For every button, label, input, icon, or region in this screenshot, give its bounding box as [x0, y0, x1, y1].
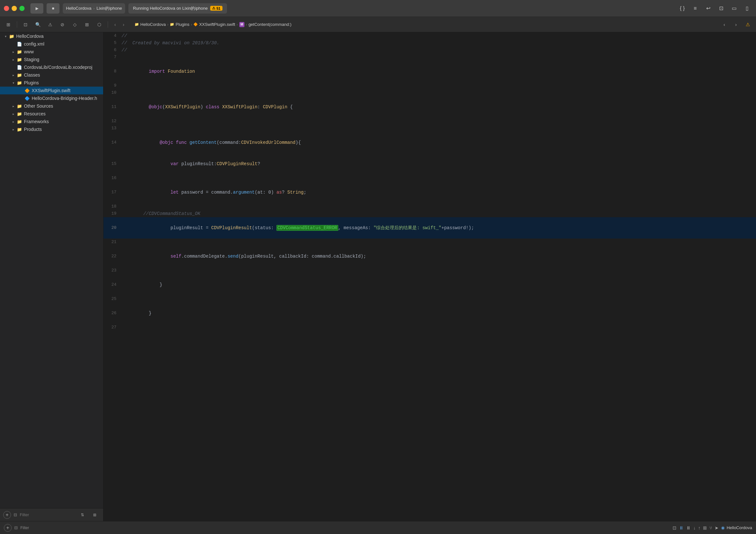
canvas-icon[interactable]: ▭: [729, 3, 739, 13]
breadcrumb-function-name: getContent(command:): [248, 22, 291, 27]
stop-button[interactable]: ■: [46, 3, 60, 13]
breadcrumb-plugins-folder[interactable]: 📁 Plugins: [170, 22, 189, 27]
play-button[interactable]: ▶: [30, 3, 43, 13]
code-line-10: 10: [103, 89, 756, 96]
tree-label-xxswift: XXSwiftPlugin.swift: [32, 88, 70, 93]
line-num-15: 15: [103, 160, 122, 168]
line-num-17: 17: [103, 189, 122, 196]
scheme-name: HelloCordova: [66, 6, 92, 11]
sidebar-item-frameworks[interactable]: ▸ 📁 Frameworks: [0, 118, 103, 125]
tree-label-frameworks: Frameworks: [24, 119, 49, 124]
swift-icon: 🔶: [193, 22, 198, 27]
sidebar-item-resources[interactable]: ▸ 📁 Resources: [0, 110, 103, 118]
breadcrumb-file[interactable]: 🔶 XXSwiftPlugin.swift: [193, 22, 235, 27]
editor-content: 4 // 5 // Created by macvivi on 2019/8/3…: [103, 32, 756, 521]
add-item-button[interactable]: +: [4, 524, 12, 532]
file-inspect-icon[interactable]: ⊡: [20, 20, 31, 29]
tag-icon[interactable]: ⬡: [94, 20, 104, 29]
main-layout: ▾ 📁 HelloCordova ▸ 📄 config.xml ▸ 📁 www …: [0, 32, 756, 521]
nav-forward-button[interactable]: ›: [120, 21, 127, 28]
minimize-button[interactable]: [12, 6, 17, 11]
add-file-button[interactable]: +: [3, 511, 11, 519]
sidebar-item-cordova[interactable]: ▸ 📄 CordovaLib/CordovaLib.xcodeproj: [0, 63, 103, 71]
menu-icon[interactable]: ≡: [690, 3, 700, 13]
utility-area-icon[interactable]: ▯: [742, 3, 752, 13]
nav-back-button[interactable]: ‹: [111, 21, 119, 28]
tree-label-staging: Staging: [24, 57, 39, 62]
send-icon[interactable]: ➤: [715, 525, 718, 530]
line-code-22: self.commandDelegate.send(pluginResult, …: [122, 246, 756, 267]
h-icon-bridging: 🔷: [24, 96, 30, 101]
warning-filter-icon[interactable]: ⚠: [45, 20, 55, 29]
tree-label-classes: Classes: [24, 72, 40, 78]
code-line-27: 27: [103, 324, 756, 331]
tree-label-cordova: CordovaLib/CordovaLib.xcodeproj: [24, 65, 93, 70]
navigate-next-icon[interactable]: ›: [731, 20, 741, 29]
folder-icon: 📁: [170, 22, 174, 27]
search-icon[interactable]: 🔍: [33, 20, 43, 29]
sidebar-item-bridging[interactable]: ▸ 🔷 HelloCordova-Bridging-Header.h: [0, 94, 103, 102]
warning-nav-icon[interactable]: ⚠: [742, 20, 753, 29]
code-line-26: 26 }: [103, 303, 756, 324]
code-editor[interactable]: 4 // 5 // Created by macvivi on 2019/8/3…: [103, 32, 756, 521]
line-code-26: }: [122, 303, 756, 324]
step-into-icon[interactable]: ↓: [693, 525, 695, 530]
maximize-button[interactable]: [19, 6, 25, 11]
step-over-icon[interactable]: ⏸: [686, 525, 691, 530]
navigate-back-icon[interactable]: ↩: [703, 3, 713, 13]
folder-icon-www: 📁: [16, 49, 23, 54]
split-editor-icon[interactable]: ⊡: [716, 3, 726, 13]
code-line-24: 24 }: [103, 274, 756, 295]
restriction-icon[interactable]: ⊘: [57, 20, 68, 29]
line-num-5: 5: [103, 40, 122, 46]
view-options-icon[interactable]: ⊞: [90, 510, 100, 520]
device-name: Lixin的iphone: [96, 6, 122, 11]
filter-input[interactable]: [20, 512, 74, 517]
branch-icon[interactable]: ⑂: [710, 525, 712, 530]
line-num-8: 8: [103, 68, 122, 75]
line-code-24: }: [122, 274, 756, 295]
line-num-10: 10: [103, 89, 122, 96]
expand-arrow-othersources: ▸: [10, 103, 16, 109]
scheme-selector[interactable]: HelloCordova › Lixin的iphone: [63, 3, 125, 13]
grid-icon[interactable]: ⊞: [82, 20, 92, 29]
line-num-11: 11: [103, 103, 122, 111]
run-status-text: Running HelloCordova on Lixin的iphone: [133, 6, 207, 11]
editor-mode-icon[interactable]: ⊡: [673, 525, 676, 530]
breadcrumb-m-badge-item[interactable]: M: [239, 22, 244, 27]
shape-icon[interactable]: ◇: [69, 20, 80, 29]
breadcrumb-function[interactable]: getContent(command:): [248, 22, 291, 27]
expand-arrow-staging: ▸: [10, 57, 16, 62]
line-code-11: @objc(XXSwiftPlugin) class XXSwiftPlugin…: [122, 96, 756, 118]
code-line-13: 13: [103, 125, 756, 132]
close-button[interactable]: [4, 6, 9, 11]
breadcrumb-plugins-name: Plugins: [176, 22, 189, 27]
toolbar-right-buttons: ‹ › ⚠: [719, 20, 753, 29]
titlebar-icons: { } ≡ ↩ ⊡ ▭ ▯: [677, 3, 752, 13]
line-num-4: 4: [103, 32, 122, 40]
sidebar-item-hellocordova[interactable]: ▾ 📁 HelloCordova: [0, 32, 103, 40]
sidebar-item-www[interactable]: ▸ 📁 www: [0, 48, 103, 56]
navigator-toggle[interactable]: ⊞: [3, 20, 14, 29]
sidebar-item-xxswift[interactable]: ▸ 🔶 XXSwiftPlugin.swift: [0, 87, 103, 94]
sidebar-item-staging[interactable]: ▸ 📁 Staging: [0, 56, 103, 63]
breadcrumb-project[interactable]: 📁 HelloCordova: [135, 22, 166, 27]
expand-arrow-plugins: ▾: [10, 80, 16, 86]
run-status[interactable]: Running HelloCordova on Lixin的iphone ⚠ 5…: [128, 3, 227, 13]
pause-icon[interactable]: ⏸: [679, 525, 684, 530]
sidebar-item-config[interactable]: ▸ 📄 config.xml: [0, 40, 103, 48]
warning-badge[interactable]: ⚠ 51: [210, 6, 222, 11]
tree-label-hellocordova: HelloCordova: [16, 34, 44, 39]
sidebar-item-plugins[interactable]: ▾ 📁 Plugins: [0, 79, 103, 87]
sort-icon[interactable]: ⇅: [77, 510, 88, 520]
tree-label-plugins: Plugins: [24, 80, 39, 85]
navigate-prev-icon[interactable]: ‹: [719, 20, 729, 29]
code-review-icon[interactable]: { }: [677, 3, 688, 13]
sidebar-item-products[interactable]: ▸ 📁 Products: [0, 125, 103, 133]
step-out-icon[interactable]: ↑: [698, 525, 700, 530]
filter-icon: ⊟: [14, 512, 17, 517]
code-line-23: 23: [103, 267, 756, 274]
sidebar-item-classes[interactable]: ▸ 📁 Classes: [0, 71, 103, 79]
share-icon[interactable]: ⊞: [703, 525, 707, 530]
sidebar-item-othersources[interactable]: ▸ 📁 Other Sources: [0, 102, 103, 110]
